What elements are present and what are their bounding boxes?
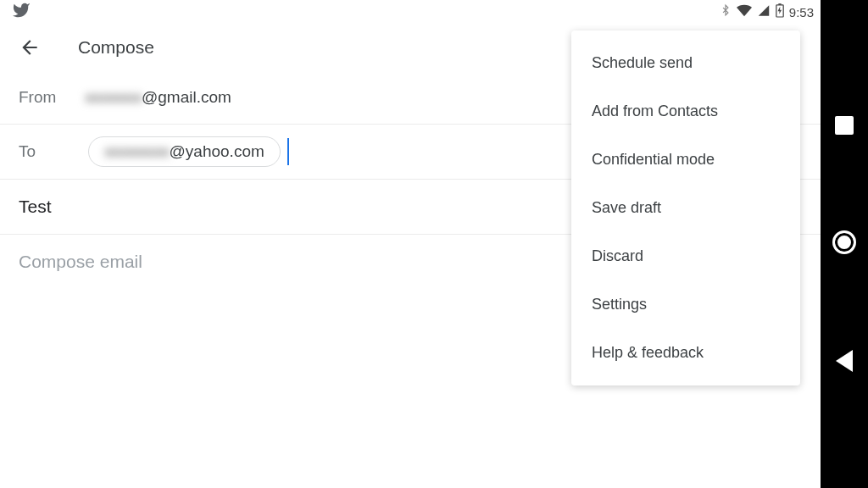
menu-item-confidential-mode[interactable]: Confidential mode: [571, 136, 800, 184]
recipient-chip[interactable]: xxxxxxxx@yahoo.com: [88, 136, 281, 167]
status-time: 9:53: [789, 5, 814, 19]
status-bar: 9:53: [0, 0, 821, 24]
system-navigation-bar: [821, 0, 868, 488]
from-domain: @gmail.com: [142, 88, 231, 107]
svg-rect-1: [778, 3, 781, 5]
menu-item-add-from-contacts[interactable]: Add from Contacts: [571, 87, 800, 136]
to-user-masked: xxxxxxxx: [104, 142, 170, 161]
to-label: To: [19, 142, 85, 161]
bluetooth-icon: [720, 3, 732, 20]
twitter-notification-icon: [12, 1, 31, 23]
menu-item-save-draft[interactable]: Save draft: [571, 184, 800, 232]
menu-item-settings[interactable]: Settings: [571, 280, 800, 329]
overflow-menu: Schedule send Add from Contacts Confiden…: [571, 30, 800, 385]
wifi-icon: [737, 4, 752, 20]
text-cursor: [287, 138, 289, 165]
page-title: Compose: [78, 37, 154, 58]
from-user-masked: xxxxxxx: [85, 88, 142, 107]
back-nav-button[interactable]: [836, 350, 853, 372]
from-label: From: [19, 88, 85, 107]
to-domain: @yahoo.com: [170, 142, 264, 161]
battery-charging-icon: [776, 3, 784, 21]
home-button[interactable]: [832, 230, 856, 254]
menu-item-schedule-send[interactable]: Schedule send: [571, 39, 800, 87]
menu-item-discard[interactable]: Discard: [571, 232, 800, 280]
recents-button[interactable]: [835, 116, 854, 135]
from-value: xxxxxxx@gmail.com: [85, 88, 231, 107]
menu-item-help-feedback[interactable]: Help & feedback: [571, 329, 800, 377]
app-screen: 9:53 Compose From xxxxxxx@gmail.com To x…: [0, 0, 821, 488]
cellular-signal-icon: [757, 4, 771, 20]
status-right: 9:53: [720, 3, 814, 21]
status-left: [12, 1, 31, 23]
back-button[interactable]: [19, 36, 41, 58]
